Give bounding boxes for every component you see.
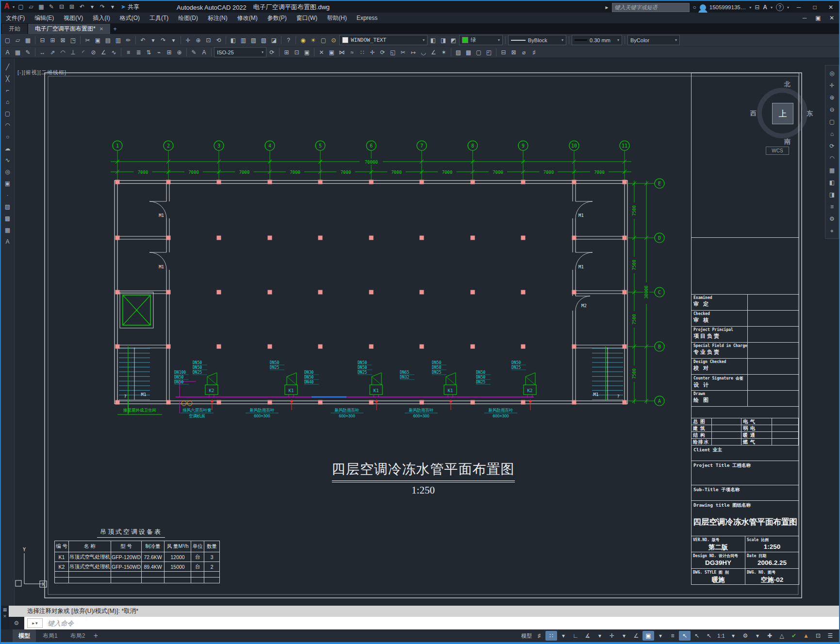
gradient-icon[interactable]: ▩ [3, 214, 13, 223]
nav-pan-icon[interactable]: ✛ [827, 81, 837, 90]
menu-item-9[interactable]: 参数(P) [263, 13, 292, 23]
iso-dropdown-icon[interactable]: ▾ [618, 631, 630, 641]
redo-dd-icon[interactable]: ▾ [169, 35, 178, 45]
autocad-logo-icon[interactable]: A [1, 2, 13, 12]
mtext-icon[interactable]: A [3, 237, 13, 246]
save-file-icon[interactable]: ▦ [23, 35, 33, 45]
chamfer-icon[interactable]: ∠ [429, 48, 438, 57]
tolerance-icon[interactable]: ⊞ [165, 48, 174, 57]
design-center-icon[interactable]: ▥ [239, 35, 248, 45]
zoom-window-icon[interactable]: ⊡ [204, 35, 213, 45]
dim-radius-icon[interactable]: ◜ [79, 48, 88, 57]
qat-plot-icon[interactable]: ⊟ [57, 2, 66, 11]
ellipse-icon[interactable]: ◎ [3, 167, 13, 176]
help-icon[interactable]: ? [284, 35, 293, 45]
autodesk-app-icon[interactable]: A [763, 4, 767, 11]
command-customize-icon[interactable]: ⚙ [9, 617, 24, 629]
group-icon[interactable]: ⊟ [499, 48, 508, 57]
menu-item-11[interactable]: 帮助(H) [322, 13, 352, 23]
region-icon[interactable]: ◰ [484, 48, 494, 57]
markup-icon[interactable]: ◪ [269, 35, 279, 45]
trim-icon[interactable]: ✂ [398, 48, 408, 57]
layout-tab-layout1[interactable]: 布局1 [37, 629, 64, 642]
plot-icon[interactable]: ⊟ [38, 35, 47, 45]
layout-tab-layout2[interactable]: 布局2 [65, 629, 91, 642]
publish-icon[interactable]: ⊠ [58, 35, 67, 45]
layer-viewport-icon[interactable]: ▢ [319, 35, 328, 45]
app-dropdown-icon[interactable]: ▾ [771, 5, 773, 10]
dim-aligned-icon[interactable]: ⇗ [48, 48, 57, 57]
mirror-icon[interactable]: ⋈ [337, 48, 346, 57]
annotation-scale[interactable]: 1:1 [715, 631, 727, 641]
quick-calc-icon[interactable]: ♯ [529, 48, 539, 57]
nav-arc-icon[interactable]: ◠ [827, 153, 837, 163]
customization-plus-icon[interactable]: ✚ [764, 631, 775, 641]
ortho-mode-icon[interactable]: ∟ [570, 631, 581, 641]
redo-icon[interactable]: ↷ [159, 35, 168, 45]
tab-start[interactable]: 开始 [2, 24, 27, 34]
menu-item-3[interactable]: 插入(I) [88, 13, 115, 23]
nav-settings-icon[interactable]: ⚙ [827, 214, 837, 223]
qat-redo-icon[interactable]: ↷ [98, 2, 107, 11]
spline-icon[interactable]: ∿ [3, 155, 13, 165]
ungroup-icon[interactable]: ⊠ [509, 48, 518, 57]
create-block-icon[interactable]: ⊡ [292, 48, 301, 57]
make-layer-current-icon[interactable]: ◧ [428, 35, 438, 45]
nav-view-list-icon[interactable]: ≡ [827, 202, 837, 211]
clean-screen-icon[interactable]: ⊡ [812, 631, 824, 641]
customize-menu-icon[interactable]: ☰ [824, 631, 836, 641]
block-editor-icon[interactable]: ▣ [302, 48, 312, 57]
selection-cycling-icon[interactable]: ↖ [679, 631, 691, 641]
menu-item-4[interactable]: 格式(O) [115, 13, 145, 23]
move-icon[interactable]: ✛ [368, 48, 377, 57]
nav-target-icon[interactable]: ⌖ [827, 226, 837, 235]
scale-dropdown-icon[interactable]: ▾ [727, 631, 739, 641]
menu-item-8[interactable]: 修改(M) [232, 13, 263, 23]
text-style-icon[interactable]: A [3, 48, 12, 57]
isometric-drafting-icon[interactable]: ✛ [606, 631, 618, 641]
maximize-button[interactable]: □ [808, 2, 821, 13]
minimize-button[interactable]: ─ [792, 2, 805, 13]
array-icon[interactable]: ∷ [358, 48, 367, 57]
user-account-label[interactable]: 1505999135… [709, 4, 746, 10]
dimstyle-dropdown[interactable]: ISO-25 ▾ [214, 47, 266, 57]
nav-zoom-extents-icon[interactable]: ⌂ [827, 129, 837, 138]
layer-lock-icon[interactable]: ⊙ [329, 35, 338, 45]
polygon-icon[interactable]: ⌂ [3, 97, 13, 106]
boundary-icon[interactable]: ▢ [474, 48, 483, 57]
qat-print-icon[interactable]: ⊞ [67, 2, 76, 11]
cut-icon[interactable]: ✂ [83, 35, 92, 45]
xline-icon[interactable]: ╳ [3, 74, 13, 83]
arc-icon[interactable]: ◠ [3, 120, 13, 130]
dim-angular-icon[interactable]: ∠ [99, 48, 108, 57]
share-button[interactable]: ➤ 共享 [121, 3, 139, 11]
layout-tab-model[interactable]: 模型 [13, 629, 36, 642]
insert-block-icon[interactable]: ▣ [3, 179, 13, 188]
search-input[interactable] [612, 3, 690, 12]
snap-mode-icon[interactable]: ∷ [545, 631, 557, 641]
dim-baseline-icon[interactable]: ≣ [134, 48, 143, 57]
doc-restore-button[interactable]: ▣ [812, 14, 824, 22]
line-icon[interactable]: ╱ [3, 62, 13, 71]
object-snap-icon[interactable]: ▣ [642, 631, 654, 641]
nav-zoom-out-icon[interactable]: ⊖ [827, 105, 837, 114]
layer-dropdown[interactable]: WINDOW_TEXT ▾ [339, 35, 428, 45]
circle-icon[interactable]: ○ [3, 132, 13, 141]
nav-zoom-window-icon[interactable]: ▢ [827, 117, 837, 126]
tab-close-icon[interactable]: ✕ [99, 26, 103, 32]
polar-tracking-icon[interactable]: ∡ [582, 631, 593, 641]
hatch-icon[interactable]: ▨ [454, 48, 463, 57]
rectangle-icon[interactable]: ▢ [3, 109, 13, 118]
annotation-visibility-icon[interactable]: ↖ [691, 631, 703, 641]
paste-icon[interactable]: ▤ [103, 35, 113, 45]
qat-saveas-icon[interactable]: ✎ [47, 2, 56, 11]
copy-base-icon[interactable]: ▥ [114, 35, 123, 45]
command-grip-icon[interactable]: ▦ [3, 607, 7, 612]
isolate-objects-icon[interactable]: △ [776, 631, 788, 641]
close-button[interactable]: ✕ [824, 2, 837, 13]
linetype-dropdown[interactable]: ByBlock ▾ [508, 35, 566, 45]
center-mark-icon[interactable]: ⊕ [175, 48, 184, 57]
export-icon[interactable]: ◳ [68, 35, 78, 45]
table-style-icon[interactable]: ▦ [13, 48, 22, 57]
menu-item-7[interactable]: 标注(N) [203, 13, 232, 23]
